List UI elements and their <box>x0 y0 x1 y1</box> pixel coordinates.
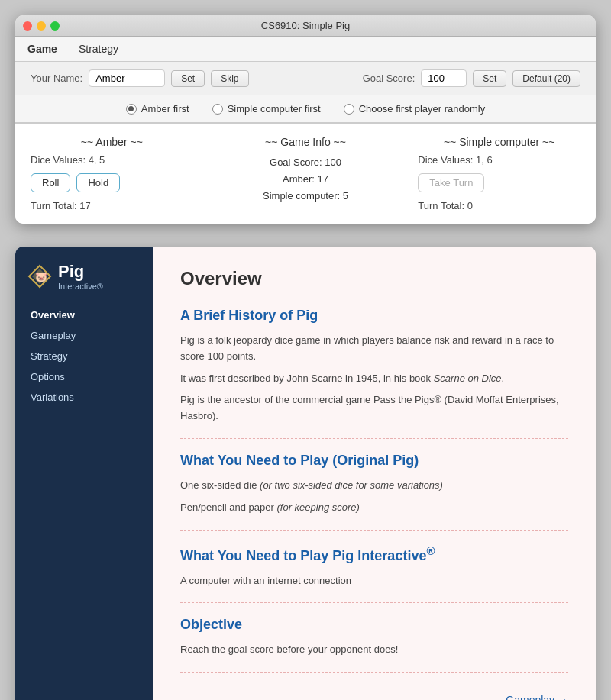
guide-body: 🐷 Pig Interactive® Overview Gameplay Str… <box>15 247 596 700</box>
goal-set-button[interactable]: Set <box>473 70 506 87</box>
game-info-title: ~~ Game Info ~~ <box>225 136 387 148</box>
game-info-panel: ~~ Game Info ~~ Goal Score: 100 Amber: 1… <box>209 124 403 224</box>
history-p2: It was first described by John Scarne in… <box>180 371 568 387</box>
radio-random-first-circle <box>344 104 354 115</box>
history-heading: A Brief History of Pig <box>180 308 568 324</box>
radio-amber-first-label: Amber first <box>141 103 189 115</box>
computer-dice: Dice Values: 1, 6 <box>418 154 580 166</box>
name-input[interactable] <box>89 69 165 87</box>
nav-gameplay[interactable]: Gameplay <box>27 325 141 346</box>
logo-subtitle: Interactive® <box>58 282 103 291</box>
computer-panel-title: ~~ Simple computer ~~ <box>418 136 580 148</box>
logo-title: Pig <box>58 262 103 282</box>
history-p3: Pig is the ancestor of the commercial ga… <box>180 392 568 424</box>
name-controls: Your Name: Set Skip <box>31 69 351 87</box>
guide-section-objective: Objective Reach the goal score before yo… <box>180 617 568 658</box>
amber-score-display: Amber: 17 <box>225 171 387 188</box>
minimize-button[interactable] <box>37 21 46 31</box>
computer-panel: ~~ Simple computer ~~ Dice Values: 1, 6 … <box>402 124 596 224</box>
name-label: Your Name: <box>31 73 82 84</box>
guide-sidebar: 🐷 Pig Interactive® Overview Gameplay Str… <box>15 247 153 700</box>
main-window: CS6910: Simple Pig Game Strategy Your Na… <box>15 15 596 224</box>
window-title: CS6910: Simple Pig <box>261 20 350 31</box>
guide-nav: Overview Gameplay Strategy Options Varia… <box>27 305 141 408</box>
computer-turn-total: Turn Total: 0 <box>418 200 580 211</box>
amber-panel-title: ~~ Amber ~~ <box>31 136 193 148</box>
goal-input[interactable] <box>421 69 467 87</box>
guide-section-original: What You Need to Play (Original Pig) One… <box>180 453 568 516</box>
game-panels: ~~ Amber ~~ Dice Values: 4, 5 Roll Hold … <box>15 123 596 224</box>
take-turn-button[interactable]: Take Turn <box>418 173 484 192</box>
goal-score-display: Goal Score: 100 <box>225 154 387 171</box>
radio-random-first-label: Choose first player randomly <box>359 103 485 115</box>
goal-label: Goal Score: <box>363 73 415 84</box>
guide-section-history: A Brief History of Pig Pig is a folk jeo… <box>180 308 568 424</box>
nav-variations[interactable]: Variations <box>27 387 141 408</box>
nav-options[interactable]: Options <box>27 366 141 387</box>
guide-section-interactive: What You Need to Play Pig Interactive® A… <box>180 544 568 589</box>
roll-button[interactable]: Roll <box>31 173 70 192</box>
name-skip-button[interactable]: Skip <box>211 70 248 87</box>
goal-controls: Goal Score: Set Default (20) <box>363 69 580 87</box>
next-link[interactable]: Gameplay → <box>506 694 568 700</box>
svg-text:🐷: 🐷 <box>35 270 48 283</box>
guide-content: Overview A Brief History of Pig Pig is a… <box>153 247 596 700</box>
nav-strategy[interactable]: Strategy <box>27 346 141 366</box>
radio-random-first[interactable]: Choose first player randomly <box>344 103 485 115</box>
divider-2 <box>180 530 568 531</box>
original-heading: What You Need to Play (Original Pig) <box>180 453 568 469</box>
divider-4 <box>180 672 568 673</box>
radio-amber-first[interactable]: Amber first <box>126 103 189 115</box>
guide-page-title: Overview <box>180 268 568 289</box>
window-controls <box>23 21 60 31</box>
controls-row: Your Name: Set Skip Goal Score: Set Defa… <box>15 62 596 95</box>
guide-logo: 🐷 Pig Interactive® <box>27 262 141 291</box>
amber-dice: Dice Values: 4, 5 <box>31 154 193 166</box>
nav-overview[interactable]: Overview <box>27 305 141 325</box>
original-p2: Pen/pencil and paper (for keeping score) <box>180 500 568 516</box>
menu-game[interactable]: Game <box>24 41 60 56</box>
goal-default-button[interactable]: Default (20) <box>512 70 580 87</box>
radio-amber-first-circle <box>126 104 137 115</box>
hold-button[interactable]: Hold <box>76 173 120 192</box>
amber-turn-total: Turn Total: 17 <box>31 200 193 211</box>
maximize-button[interactable] <box>50 21 60 31</box>
guide-footer-nav: Gameplay → <box>180 686 568 700</box>
amber-panel: ~~ Amber ~~ Dice Values: 4, 5 Roll Hold … <box>15 124 209 224</box>
objective-heading: Objective <box>180 617 568 633</box>
divider-1 <box>180 438 568 439</box>
computer-score-display: Simple computer: 5 <box>225 188 387 205</box>
pig-logo-icon: 🐷 <box>27 264 52 289</box>
logo-text: Pig Interactive® <box>58 262 103 291</box>
titlebar: CS6910: Simple Pig <box>15 15 596 37</box>
guide-window: 🐷 Pig Interactive® Overview Gameplay Str… <box>15 247 596 700</box>
interactive-p1: A computer with an internet connection <box>180 573 568 589</box>
radio-computer-first[interactable]: Simple computer first <box>212 103 321 115</box>
computer-buttons: Take Turn <box>418 173 580 192</box>
radio-computer-first-label: Simple computer first <box>228 103 321 115</box>
history-p1: Pig is a folk jeopardy dice game in whic… <box>180 333 568 365</box>
amber-buttons: Roll Hold <box>31 173 193 192</box>
menubar: Game Strategy <box>15 37 596 62</box>
interactive-heading: What You Need to Play Pig Interactive® <box>180 544 568 564</box>
objective-p1: Reach the goal score before your opponen… <box>180 642 568 658</box>
divider-3 <box>180 602 568 603</box>
original-p1: One six-sided die (or two six-sided dice… <box>180 478 568 494</box>
menu-strategy[interactable]: Strategy <box>76 41 121 56</box>
name-set-button[interactable]: Set <box>171 70 205 87</box>
radio-row: Amber first Simple computer first Choose… <box>15 95 596 123</box>
radio-computer-first-circle <box>212 104 223 115</box>
close-button[interactable] <box>23 21 32 31</box>
